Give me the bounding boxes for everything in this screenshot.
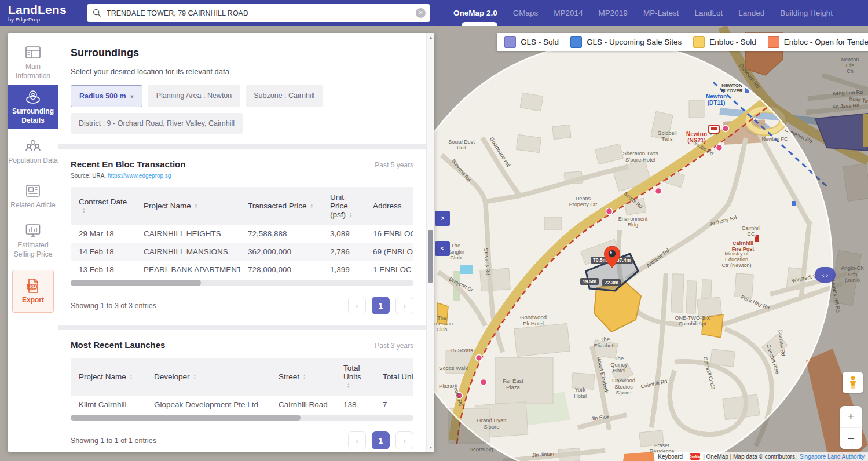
prev-page-button[interactable]: ‹ — [348, 297, 366, 314]
enbloc-entries-text: Showing 1 to 3 of 3 entries — [71, 302, 156, 310]
chart-monitor-icon — [24, 222, 42, 239]
source-prefix: Source: URA, — [71, 173, 106, 179]
logo-subtitle: by EdgeProp — [8, 17, 87, 23]
table-row[interactable]: 14 Feb 18CAIRNHILL MANSIONS362,000,0002,… — [71, 243, 413, 261]
map-legend: GLS - SoldGLS - Upcoming Sale SitesEnblo… — [497, 33, 868, 51]
zoom-out-button[interactable]: − — [840, 428, 862, 449]
map-building — [514, 323, 570, 356]
pdf-icon: PDF — [24, 277, 42, 294]
column-header-total-units[interactable]: Total Units▲▼ — [335, 358, 375, 396]
table-cell: 362,000,000 — [240, 243, 322, 261]
nav-item-mp-latest[interactable]: MP-Latest — [643, 9, 679, 17]
streetview-pegman-button[interactable] — [843, 372, 863, 393]
legend-swatch — [693, 36, 705, 48]
app-logo: LandLens by EdgeProp — [0, 3, 87, 23]
next-page-button[interactable]: › — [395, 431, 413, 449]
scroll-up-icon[interactable]: ▲ — [427, 35, 434, 39]
search-icon — [93, 9, 101, 17]
sidebar-item-label: Population Data — [8, 156, 57, 166]
poi-marker-icon — [606, 208, 613, 215]
nav-item-mp2019[interactable]: MP2019 — [599, 9, 628, 17]
launches-title: Most Recent Launches — [71, 340, 165, 350]
filter-chip-planning-area[interactable]: Planning Area : Newton — [148, 85, 240, 107]
nav-item-building-height[interactable]: Building Height — [780, 9, 833, 17]
search-bar: × — [87, 4, 430, 22]
sort-icon: ▲▼ — [349, 212, 352, 218]
table-cell: Glopeak Development Pte Ltd — [146, 396, 270, 414]
page-1-button[interactable]: 1 — [372, 297, 390, 314]
table-cell: PEARL BANK APARTMENT — [135, 261, 240, 279]
launches-pagination: ‹ 1 › — [348, 431, 413, 449]
search-input[interactable] — [105, 9, 413, 18]
table-row[interactable]: 13 Feb 18PEARL BANK APARTMENT728,000,000… — [71, 261, 413, 279]
svg-text:YorkHotel: YorkHotel — [574, 386, 587, 399]
column-header-address[interactable]: Address — [365, 187, 413, 225]
column-header-project-name[interactable]: Project Name▲▼ — [135, 187, 240, 225]
sidebar-item-estimated-selling-price[interactable]: Estimated Selling Price — [8, 218, 58, 263]
column-header-developer[interactable]: Developer▲▼ — [146, 358, 270, 396]
table-cell: 3,089 — [322, 225, 365, 243]
nav-item-landed[interactable]: Landed — [738, 9, 764, 17]
poi-marker-icon — [655, 188, 662, 195]
column-header-total-units-so[interactable]: Total Units So — [375, 358, 413, 396]
map-building — [544, 217, 562, 230]
map-side-toggle[interactable]: ‹› — [815, 267, 836, 283]
sidebar-item-main-information[interactable]: Main Information — [8, 40, 58, 85]
nav-item-mp2014[interactable]: MP2014 — [554, 9, 583, 17]
article-icon — [24, 182, 42, 199]
panel-content: Surroundings Select your desired locatio… — [58, 33, 426, 452]
keyboard-label: Keyboard — [658, 453, 683, 460]
zoom-in-button[interactable]: + — [840, 406, 862, 428]
table-cell: 69 (ENBLOC) — [365, 243, 413, 261]
chip-label: Planning Area : Newton — [156, 92, 232, 100]
column-header-contract-date[interactable]: Contract Date▲▼ — [71, 187, 135, 225]
filter-chip-district[interactable]: District : 9 - Orchard Road, River Valle… — [71, 113, 243, 134]
nav-item-gmaps[interactable]: GMaps — [513, 9, 539, 17]
sidebar-item-export[interactable]: PDFExport — [12, 270, 54, 313]
enbloc-hscrollbar[interactable] — [71, 280, 413, 286]
sla-link[interactable]: Singapore Land Authority — [800, 453, 865, 460]
prev-page-button[interactable]: ‹ — [348, 431, 366, 449]
legend-item-enbloc-open-for-tender: Enbloc - Open for Tender — [768, 36, 868, 48]
svg-text:GoodwoodPk Hotel: GoodwoodPk Hotel — [520, 314, 547, 327]
table-row[interactable]: Klimt CairnhillGlopeak Development Pte L… — [71, 396, 413, 414]
svg-text:Sheraton TwrsS'pore Hotel: Sheraton TwrsS'pore Hotel — [622, 150, 658, 163]
column-header-project-name[interactable]: Project Name▲▼ — [71, 358, 146, 396]
table-cell: 1,399 — [322, 261, 365, 279]
sidebar-item-related-article[interactable]: Related Article — [8, 174, 58, 218]
svg-text:Newton(DT11): Newton(DT11) — [706, 93, 727, 106]
launches-hscrollbar[interactable] — [71, 415, 413, 421]
chip-label: Radius 500 m — [79, 92, 126, 100]
clear-search-icon[interactable]: × — [416, 8, 426, 18]
sidebar-item-population-data[interactable]: Population Data — [8, 129, 58, 174]
table-cell: 1 ENBLOC Pea — [365, 261, 413, 279]
panel-collapse-button[interactable]: < — [435, 241, 450, 256]
nav-item-onemap-2-0[interactable]: OneMap 2.0 — [453, 9, 497, 17]
map-building — [516, 134, 541, 152]
svg-text:Newton FC: Newton FC — [761, 136, 788, 142]
panel-expand-button[interactable]: > — [435, 211, 450, 226]
sort-icon: ▲▼ — [310, 203, 313, 209]
map-building — [686, 281, 697, 314]
sidebar-item-label: Export — [22, 296, 44, 305]
panel-scrollbar[interactable]: ▲ ▼ — [426, 33, 434, 452]
filter-chip-subzone[interactable]: Subzone : Cairnhill — [246, 85, 323, 107]
source-link[interactable]: https://www.edgeprop.sg — [108, 173, 171, 179]
chevron-down-icon: ▾ — [131, 93, 134, 100]
filter-chip-radius-500-m[interactable]: Radius 500 m▾ — [71, 85, 142, 107]
next-page-button[interactable]: › — [395, 297, 413, 314]
page-1-button[interactable]: 1 — [372, 431, 390, 449]
scroll-down-icon[interactable]: ▼ — [427, 445, 434, 449]
enbloc-pagination: ‹ 1 › — [348, 297, 413, 314]
column-header-street[interactable]: Street▲▼ — [270, 358, 335, 396]
sidebar-item-label: Related Article — [10, 201, 55, 210]
table-row[interactable]: 29 Mar 18CAIRNHILL HEIGHTS72,588,8883,08… — [71, 225, 413, 243]
sidebar-item-surrounding-details[interactable]: Surrounding Details — [8, 85, 58, 129]
table-cell: 72,588,888 — [240, 225, 322, 243]
column-header-unit-price-psf[interactable]: Unit Price (psf)▲▼ — [322, 187, 365, 225]
nav-item-landlot[interactable]: LandLot — [694, 9, 723, 17]
people-icon — [24, 138, 42, 154]
svg-text:Plaza: Plaza — [439, 383, 453, 389]
column-header-transacted-price[interactable]: Transacted Price▲▼ — [240, 187, 322, 225]
map-building — [689, 100, 704, 118]
